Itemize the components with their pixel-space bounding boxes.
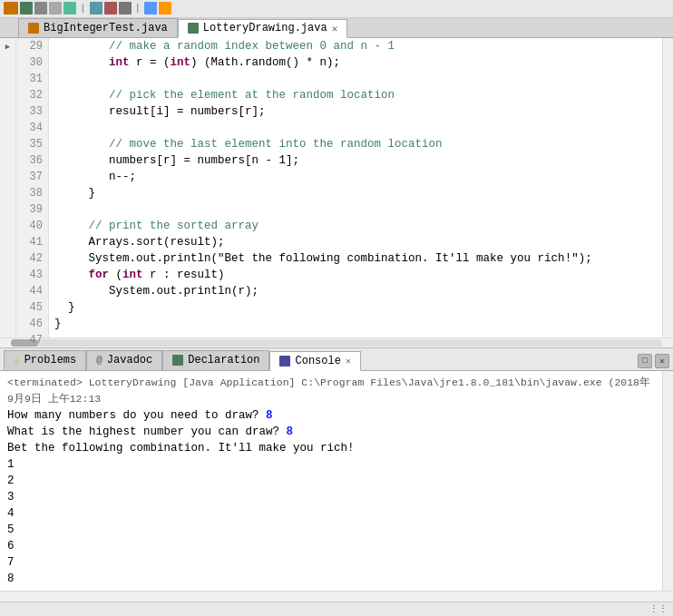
panel-section: ⚠ Problems @ Javadoc Declaration Console…	[0, 347, 673, 601]
declaration-icon	[172, 355, 183, 366]
console-line: 4	[7, 505, 655, 522]
panel-toolbar-buttons: □ ✕	[638, 354, 673, 370]
console-vscroll[interactable]	[662, 371, 673, 591]
panel-tab-declaration[interactable]: Declaration	[162, 350, 269, 370]
code-line: // pick the element at the random locati…	[54, 87, 662, 103]
editor-tabs: BigIntegerTest.java LotteryDrawing.java …	[0, 18, 673, 38]
toolbar-icon-5[interactable]	[63, 2, 76, 15]
tab-close-lottery[interactable]: ✕	[332, 23, 338, 34]
editor-container: ▶ 29303132333435363738394041424344454647…	[0, 38, 673, 337]
panel-tabs: ⚠ Problems @ Javadoc Declaration Console…	[0, 347, 673, 371]
console-line: 8	[7, 571, 655, 587]
panel-tab-label-javadoc: Javadoc	[107, 354, 152, 367]
console-line: What is the highest number you can draw?…	[7, 424, 655, 440]
tab-label-lottery: LotteryDrawing.java	[203, 22, 327, 34]
toolbar-icon-3[interactable]	[34, 2, 47, 15]
toolbar-icon-8[interactable]	[119, 2, 132, 15]
panel-tab-javadoc[interactable]: @ Javadoc	[86, 350, 162, 370]
problems-icon: ⚠	[14, 355, 20, 367]
code-line: // make a random index between 0 and n -…	[54, 38, 662, 54]
editor-collapse-arrow[interactable]: ▶	[5, 40, 10, 54]
panel-tab-label-console: Console	[295, 355, 340, 367]
line-numbers: 29303132333435363738394041424344454647	[16, 38, 49, 337]
code-line: }	[54, 299, 662, 316]
console-area[interactable]: <terminated> LotteryDrawing [Java Applic…	[0, 371, 662, 591]
panel-minimize-btn[interactable]: □	[638, 354, 652, 368]
code-line: result[i] = numbers[r];	[54, 103, 662, 120]
code-line: // move the last element into the random…	[54, 136, 662, 152]
toolbar-icon-9[interactable]	[144, 2, 157, 15]
console-icon	[279, 356, 290, 367]
console-line: How many numbers do you need to draw? 8	[7, 407, 655, 424]
console-line: 2	[7, 473, 655, 489]
console-line: 5	[7, 522, 655, 538]
panel-tab-label-problems: Problems	[24, 354, 77, 367]
tab-lotterydrawing[interactable]: LotteryDrawing.java ✕	[178, 19, 347, 38]
console-line: 1	[7, 456, 655, 473]
code-line	[54, 201, 662, 218]
panel-tab-label-declaration: Declaration	[188, 354, 259, 367]
code-line: int r = (int) (Math.random() * n);	[54, 54, 662, 71]
panel-tab-problems[interactable]: ⚠ Problems	[4, 350, 86, 370]
toolbar-icon-7[interactable]	[104, 2, 117, 15]
console-line: 6	[7, 538, 655, 554]
tab-icon-lottery	[188, 23, 199, 34]
code-line: // print the sorted array	[54, 218, 662, 234]
toolbar-icon-10[interactable]	[159, 2, 171, 15]
panel-content: <terminated> LotteryDrawing [Java Applic…	[0, 371, 673, 591]
tab-label-biginteger: BigIntegerTest.java	[44, 22, 168, 34]
javadoc-icon: @	[96, 355, 102, 366]
hscroll-track[interactable]	[11, 339, 662, 347]
editor-hscroll[interactable]	[0, 337, 673, 347]
code-line: Arrays.sort(result);	[54, 234, 662, 250]
code-line: }	[54, 316, 662, 332]
toolbar-icon-4[interactable]	[49, 2, 62, 15]
status-icon-1: ⋮⋮	[649, 603, 668, 614]
toolbar-separator-1: |	[78, 3, 88, 14]
console-line: 7	[7, 554, 655, 571]
code-line: n--;	[54, 169, 662, 185]
panel-close-btn[interactable]: ✕	[655, 354, 669, 368]
status-bar: ⋮⋮	[0, 601, 673, 616]
console-header: <terminated> LotteryDrawing [Java Applic…	[7, 375, 655, 407]
toolbar-icon-1[interactable]	[4, 2, 18, 15]
code-line: System.out.println(r);	[54, 283, 662, 299]
editor-scrollbar[interactable]	[662, 38, 673, 337]
toolbar: | |	[0, 0, 673, 18]
tab-bigintegertest[interactable]: BigIntegerTest.java	[18, 18, 178, 37]
code-line	[54, 120, 662, 136]
toolbar-icons: | |	[4, 2, 171, 15]
code-line	[54, 332, 662, 337]
status-right: ⋮⋮	[649, 603, 668, 614]
toolbar-icon-2[interactable]	[20, 2, 33, 15]
code-line: }	[54, 185, 662, 201]
code-line: System.out.println("Bet the following co…	[54, 250, 662, 267]
code-area[interactable]: // make a random index between 0 and n -…	[49, 38, 662, 337]
code-line: for (int r : result)	[54, 267, 662, 283]
console-line: 3	[7, 489, 655, 505]
code-line	[54, 71, 662, 87]
console-tab-close[interactable]: ✕	[346, 356, 351, 367]
editor-left-bar: ▶	[0, 38, 16, 337]
toolbar-separator-2: |	[133, 3, 143, 14]
toolbar-icon-6[interactable]	[90, 2, 102, 15]
console-line: Bet the following combination. It'll mak…	[7, 440, 655, 456]
tab-icon-biginteger	[28, 23, 39, 34]
code-line: numbers[r] = numbers[n - 1];	[54, 152, 662, 169]
panel-tab-console[interactable]: Console ✕	[269, 351, 360, 371]
console-hscroll[interactable]	[0, 591, 673, 601]
